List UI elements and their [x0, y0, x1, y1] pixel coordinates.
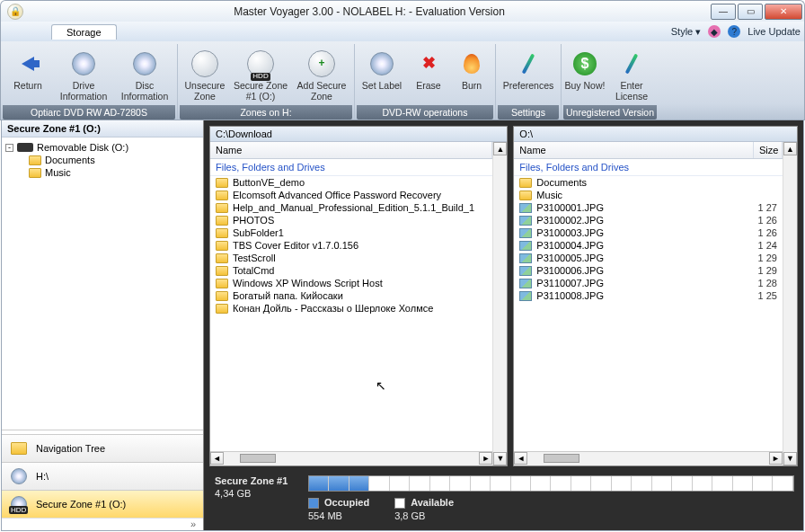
list-item[interactable]: Documents — [514, 176, 783, 189]
disc-icon — [11, 468, 27, 484]
image-icon — [519, 266, 532, 276]
maximize-button[interactable]: ▭ — [738, 4, 763, 20]
sidebar-header: Secure Zone #1 (O:) — [2, 120, 203, 137]
unsecure-zone-button[interactable]: Unsecure Zone — [180, 44, 230, 105]
sidebar-expander[interactable]: » — [2, 518, 203, 530]
style-color-icon[interactable]: ◆ — [708, 25, 721, 38]
usage-meter — [308, 475, 794, 492]
live-update-link[interactable]: Live Update — [748, 26, 801, 37]
left-file-list[interactable]: ButtonVE_demoElcomsoft Advanced Office P… — [210, 176, 492, 451]
erase-button[interactable]: ✖Erase — [407, 44, 450, 105]
col-name[interactable]: Name — [210, 142, 492, 158]
burn-button[interactable]: Burn — [450, 44, 493, 105]
occupied-swatch-icon — [308, 498, 319, 509]
tree-node[interactable]: Music — [29, 166, 199, 179]
tree-node[interactable]: Documents — [29, 154, 199, 166]
folder-icon — [29, 168, 41, 178]
left-pane-path[interactable]: C:\Download — [210, 127, 507, 142]
secure-zone-button[interactable]: HDDSecure Zone #1 (O:) — [230, 44, 291, 105]
folder-icon — [216, 191, 228, 200]
col-size[interactable]: Size — [754, 142, 783, 158]
set-label-button[interactable]: Set Label — [357, 44, 407, 105]
folder-icon — [216, 253, 228, 263]
add-secure-zone-button[interactable]: +Add Secure Zone — [291, 44, 352, 105]
list-item[interactable]: P3100006.JPG1 29 — [514, 264, 783, 277]
disc-information-button[interactable]: Disc Information — [114, 44, 175, 105]
help-icon[interactable]: ? — [728, 25, 740, 38]
nav-tree-button[interactable]: Navigation Tree — [2, 434, 203, 462]
minimize-button[interactable]: — — [711, 4, 736, 20]
dollar-icon: $ — [573, 52, 597, 75]
list-item[interactable]: P3100002.JPG1 26 — [514, 214, 783, 226]
right-v-scrollbar[interactable]: ▲▼ — [783, 142, 797, 466]
list-item[interactable]: SubFolder1 — [210, 226, 492, 239]
folder-tree[interactable]: -Removable Disk (O:) DocumentsMusic — [2, 137, 203, 430]
list-item[interactable]: P3110008.JPG1 25 — [514, 289, 783, 302]
list-item[interactable]: P3100004.JPG1 24 — [514, 239, 783, 252]
disc-icon — [72, 52, 95, 75]
group-ops-label: DVD-RW operations — [357, 105, 493, 120]
left-file-pane: C:\Download Name Files, Folders and Driv… — [209, 126, 508, 466]
group-zones-label: Zones on H: — [180, 105, 352, 120]
back-arrow-icon — [22, 57, 34, 71]
drive-icon — [17, 143, 33, 152]
right-file-list[interactable]: DocumentsMusicP3100001.JPG1 27P3100002.J… — [514, 176, 783, 451]
tab-storage[interactable]: Storage — [51, 24, 117, 40]
style-menu[interactable]: Style ▾ — [671, 26, 702, 38]
list-item[interactable]: P3110007.JPG1 28 — [514, 277, 783, 289]
occupied-value: 554 MB — [308, 510, 369, 521]
nav-secure-zone-button[interactable]: HDDSecure Zone #1 (O:) — [2, 490, 203, 518]
usage-title: Secure Zone #1 — [215, 475, 296, 486]
list-item[interactable]: Help_and_Manual_Professional_Edition_5.1… — [210, 201, 492, 214]
image-icon — [519, 291, 532, 301]
buy-now-button[interactable]: $Buy Now! — [563, 44, 606, 105]
folder-icon — [216, 228, 228, 238]
flame-icon — [464, 54, 480, 74]
drive-information-button[interactable]: Drive Information — [53, 44, 114, 105]
list-item[interactable]: Богатый папа. Кийосаки — [210, 289, 492, 302]
list-item[interactable]: P3100001.JPG1 27 — [514, 201, 783, 214]
list-item[interactable]: P3100005.JPG1 29 — [514, 252, 783, 264]
col-name[interactable]: Name — [514, 142, 754, 158]
preferences-button[interactable]: Preferences — [498, 44, 559, 105]
enter-license-button[interactable]: Enter License — [606, 44, 657, 105]
occupied-label: Occupied — [324, 497, 369, 508]
available-value: 3,8 GB — [394, 510, 454, 521]
folder-icon — [216, 178, 228, 188]
return-button[interactable]: Return — [3, 44, 53, 105]
right-pane-path[interactable]: O:\ — [514, 127, 797, 142]
list-item[interactable]: TestScroll — [210, 252, 492, 264]
left-column-header[interactable]: Name — [210, 142, 492, 159]
group-drive-label: Optiarc DVD RW AD-7280S — [3, 105, 175, 120]
list-item[interactable]: PHOTOS — [210, 214, 492, 226]
nav-h-drive-button[interactable]: H:\ — [2, 462, 203, 490]
folder-tree-icon — [11, 442, 27, 455]
right-file-pane: O:\ NameSize Files, Folders and Drives D… — [513, 126, 798, 466]
disc-icon — [191, 50, 218, 77]
app-icon: 🔒 — [1, 4, 30, 20]
right-column-header[interactable]: NameSize — [514, 142, 783, 159]
list-item[interactable]: Elcomsoft Advanced Office Password Recov… — [210, 189, 492, 201]
list-item[interactable]: Конан Дойль - Рассказы о Шерлоке Холмсе — [210, 302, 492, 315]
list-item[interactable]: TBS Cover Editor v1.7.0.156 — [210, 239, 492, 252]
left-h-scrollbar[interactable]: ◄► — [210, 451, 492, 466]
folder-icon — [216, 291, 228, 301]
list-item[interactable]: ButtonVE_demo — [210, 176, 492, 189]
ribbon-toolbar: Return Drive Information Disc Informatio… — [0, 41, 805, 120]
list-item[interactable]: Windows XP Windows Script Host — [210, 277, 492, 289]
image-icon — [519, 216, 532, 226]
usage-panel: Secure Zone #1 4,34 GB Occupied554 MB Av… — [204, 468, 803, 530]
workspace: Secure Zone #1 (O:) -Removable Disk (O:)… — [1, 120, 804, 531]
folder-icon — [216, 241, 228, 251]
left-v-scrollbar[interactable]: ▲▼ — [492, 142, 507, 466]
list-item[interactable]: P3100003.JPG1 26 — [514, 226, 783, 239]
tree-root[interactable]: -Removable Disk (O:) — [5, 141, 199, 154]
left-sidebar: Secure Zone #1 (O:) -Removable Disk (O:)… — [2, 120, 204, 530]
right-section-label: Files, Folders and Drives — [514, 159, 783, 176]
right-h-scrollbar[interactable]: ◄► — [514, 451, 783, 466]
list-item[interactable]: Music — [514, 189, 783, 201]
left-section-label: Files, Folders and Drives — [210, 159, 492, 176]
collapse-icon[interactable]: - — [5, 144, 13, 152]
close-button[interactable]: ✕ — [765, 4, 802, 20]
list-item[interactable]: TotalCmd — [210, 264, 492, 277]
